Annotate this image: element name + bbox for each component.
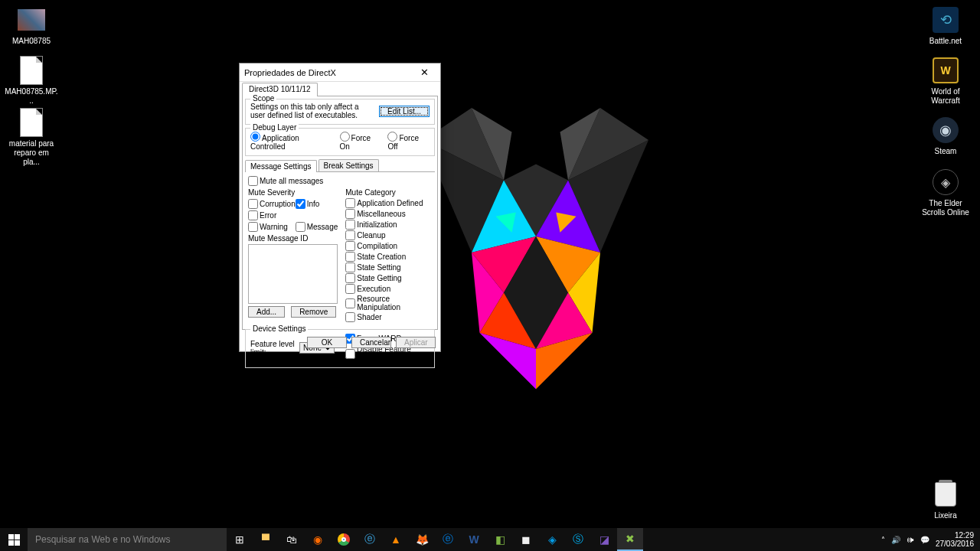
cat-state-getting[interactable]: State Getting	[345, 273, 432, 283]
network-icon[interactable]: 🕪	[906, 536, 914, 544]
remove-button[interactable]: Remove	[291, 306, 336, 318]
start-button[interactable]	[0, 528, 28, 551]
radio-force-off[interactable]: Force Off	[387, 132, 430, 151]
cat-cleanup[interactable]: Cleanup	[345, 230, 432, 240]
cat-init[interactable]: Initialization	[345, 220, 432, 230]
app-icon[interactable]: ◉	[305, 528, 331, 551]
desktop-wallpaper	[0, 0, 980, 528]
store-icon[interactable]: 🛍	[279, 528, 305, 551]
desktop-icon-mp4[interactable]: MAH08785.MP...	[5, 55, 58, 106]
sev-warning[interactable]: Warning	[248, 222, 296, 232]
device-legend: Device Settings	[250, 324, 308, 333]
chrome-icon[interactable]	[331, 528, 357, 551]
apply-button[interactable]: Aplicar	[396, 337, 436, 348]
recyclebin-icon	[932, 479, 959, 510]
icon-label: material para reparo em pla...	[5, 139, 58, 167]
add-button[interactable]: Add...	[248, 306, 285, 318]
mute-message-id-listbox[interactable]	[248, 244, 338, 304]
desktop-icon-eso[interactable]: ◈ The Elder Scrolls Online	[919, 167, 972, 217]
icon-label: World of Warcraft	[919, 87, 972, 106]
vlc-icon[interactable]: ▲	[383, 528, 409, 551]
taskbar: Pesquisar na Web e no Windows ⊞ ▀ 🛍 ◉ ⓔ …	[0, 528, 980, 551]
desktop-icon-video[interactable]: MAH08785	[5, 5, 58, 46]
cat-shader[interactable]: Shader	[345, 312, 432, 322]
mute-severity-heading: Mute Severity	[248, 188, 338, 197]
edit-list-button[interactable]: Edit List...	[379, 106, 430, 117]
sev-error[interactable]: Error	[248, 210, 296, 220]
cat-execution[interactable]: Execution	[345, 284, 432, 294]
scope-text: Settings on this tab only affect a user …	[250, 103, 373, 119]
tab-body: Scope Settings on this tab only affect a…	[242, 96, 438, 330]
cat-misc[interactable]: Miscellaneous	[345, 209, 432, 219]
ie-icon[interactable]: ⓔ	[357, 528, 383, 551]
eso-icon: ◈	[932, 167, 959, 197]
cat-state-creation[interactable]: State Creation	[345, 252, 432, 262]
sev-corruption[interactable]: Corruption	[248, 199, 296, 209]
subtab-break-settings[interactable]: Break Settings	[318, 159, 379, 171]
firefox-icon[interactable]: 🦊	[409, 528, 435, 551]
clock[interactable]: 12:29 27/03/2016	[936, 531, 974, 548]
desktop-icon-wow[interactable]: W World of Warcraft	[919, 55, 972, 106]
desktop-icon-battlenet[interactable]: ⟲ Battle.net	[919, 5, 972, 46]
dialog-title: Propriedades de DirectX	[244, 68, 413, 77]
file-icon	[18, 55, 45, 86]
edge-icon[interactable]: ⓔ	[435, 528, 461, 551]
ok-button[interactable]: OK	[307, 337, 347, 348]
video-thumb-icon	[18, 5, 45, 35]
mute-category-heading: Mute Category	[345, 188, 432, 197]
message-settings-panel: Mute all messages Mute Severity Corrupti…	[245, 172, 435, 326]
radio-app-controlled[interactable]: Application Controlled	[250, 132, 334, 151]
close-button[interactable]: ✕	[413, 65, 436, 80]
cat-resource-manip[interactable]: Resource Manipulation	[345, 295, 432, 311]
volume-icon[interactable]: 🔊	[891, 536, 900, 544]
battlenet-icon: ⟲	[932, 5, 959, 35]
app-purple-icon[interactable]: ◪	[591, 528, 617, 551]
cat-state-setting[interactable]: State Setting	[345, 262, 432, 272]
dialog-footer: OK Cancelar Aplicar	[307, 337, 436, 348]
steam-icon: ◉	[932, 115, 959, 145]
dialog-titlebar[interactable]: Propriedades de DirectX ✕	[240, 64, 440, 82]
wow-icon: W	[932, 55, 959, 86]
desktop-icon-recyclebin[interactable]: Lixeira	[919, 479, 972, 520]
sev-info[interactable]: Info	[296, 199, 338, 209]
debug-layer-group: Debug Layer Application Controlled Force…	[245, 128, 435, 156]
cat-compilation[interactable]: Compilation	[345, 241, 432, 251]
explorer-icon[interactable]: ▀	[253, 528, 279, 551]
sev-message[interactable]: Message	[296, 222, 338, 232]
clock-time: 12:29	[936, 531, 974, 540]
tray-chevron-icon[interactable]: ˄	[881, 536, 885, 544]
system-tray[interactable]: ˄ 🔊 🕪 💬 12:29 27/03/2016	[875, 528, 980, 551]
radio-force-on[interactable]: Force On	[340, 132, 382, 151]
app-dark-icon[interactable]: ◼	[513, 528, 539, 551]
scope-group: Scope Settings on this tab only affect a…	[245, 99, 435, 125]
directx-taskbar-icon[interactable]: ✖	[617, 528, 643, 551]
taskview-icon[interactable]: ⊞	[227, 528, 253, 551]
skype-icon[interactable]: Ⓢ	[565, 528, 591, 551]
app-green-icon[interactable]: ◧	[487, 528, 513, 551]
desktop-icon-txt[interactable]: material para reparo em pla...	[5, 107, 58, 167]
icon-label: MAH08785	[5, 37, 58, 46]
icon-label: MAH08785.MP...	[5, 87, 58, 106]
subtab-strip: Message Settings Break Settings	[245, 159, 435, 172]
app-blue-icon[interactable]: ◈	[539, 528, 565, 551]
clock-date: 27/03/2016	[936, 540, 974, 548]
word-icon[interactable]: W	[461, 528, 487, 551]
icon-label: Battle.net	[919, 37, 972, 46]
file-icon	[18, 107, 45, 138]
windows-logo-icon	[8, 534, 20, 546]
cancel-button[interactable]: Cancelar	[351, 337, 391, 348]
notifications-icon[interactable]: 💬	[920, 536, 929, 544]
icon-label: Lixeira	[919, 511, 972, 520]
mute-all-checkbox[interactable]: Mute all messages	[248, 176, 432, 186]
scope-legend: Scope	[250, 94, 276, 103]
search-placeholder: Pesquisar na Web e no Windows	[35, 534, 171, 545]
directx-properties-dialog: Propriedades de DirectX ✕ Direct3D 10/11…	[239, 63, 441, 352]
search-box[interactable]: Pesquisar na Web e no Windows	[28, 528, 227, 551]
icon-label: The Elder Scrolls Online	[919, 199, 972, 217]
cat-appdefined[interactable]: Application Defined	[345, 198, 432, 208]
subtab-message-settings[interactable]: Message Settings	[245, 160, 317, 172]
mute-message-id-heading: Mute Message ID	[248, 234, 338, 243]
desktop-icon-steam[interactable]: ◉ Steam	[919, 115, 972, 156]
feature-level-label: Feature level limit:	[250, 340, 295, 357]
debug-legend: Debug Layer	[250, 123, 299, 132]
